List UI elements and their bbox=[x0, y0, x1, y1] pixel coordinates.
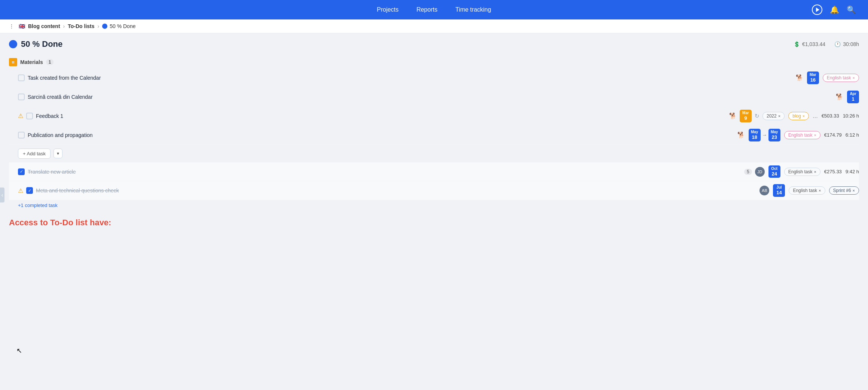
tag-2022[interactable]: 2022 × bbox=[762, 112, 785, 120]
range-arrow: → bbox=[762, 132, 767, 138]
breadcrumb: ⋮ 🇬🇧 Blog content › To-Do lists › 50 % D… bbox=[0, 19, 868, 33]
play-button[interactable] bbox=[812, 4, 822, 15]
task-3-amount: €503.33 bbox=[822, 113, 839, 119]
group-materials: Materials 1 bbox=[9, 55, 859, 68]
task-checkbox-1[interactable] bbox=[18, 74, 25, 81]
nav-right-icons: 🔔 🔍 bbox=[812, 4, 856, 15]
repeat-icon[interactable]: ↻ bbox=[755, 113, 760, 119]
tag-x-1[interactable]: × bbox=[853, 76, 855, 80]
tag-x-done-2a[interactable]: × bbox=[819, 188, 821, 193]
tag-english-1[interactable]: English task × bbox=[823, 74, 859, 82]
group-icon bbox=[9, 58, 17, 66]
dog-avatar-1: 🐕 bbox=[796, 74, 803, 81]
breadcrumb-root[interactable]: Blog content bbox=[28, 23, 60, 29]
done-date-1: Oct 24 bbox=[768, 165, 780, 178]
budget-meta: 💲 €1,033.44 bbox=[794, 41, 825, 47]
table-row: ⚠ Meta and technical questions check AB … bbox=[9, 181, 859, 200]
warn-icon-done-2: ⚠ bbox=[18, 187, 23, 194]
access-section-title: Access to To-Do list have: bbox=[9, 218, 859, 228]
clock-icon: 🕐 bbox=[834, 41, 841, 47]
task-done-name-2: Meta and technical questions check bbox=[36, 188, 757, 194]
dog-avatar-4: 🐕 bbox=[737, 131, 745, 138]
add-task-row: + Add task ▾ bbox=[9, 145, 859, 162]
task-name-1: Task created from the Calendar bbox=[28, 75, 793, 81]
task-done-checkbox-2[interactable] bbox=[26, 187, 33, 194]
tag-x-blog[interactable]: × bbox=[803, 114, 805, 118]
tag-blog[interactable]: blog × bbox=[788, 112, 809, 120]
breadcrumb-middle[interactable]: To-Do lists bbox=[68, 23, 94, 29]
task-done-name-1: Translate new article bbox=[28, 169, 740, 175]
task-4-amount: €174.79 bbox=[824, 132, 842, 138]
budget-value: €1,033.44 bbox=[802, 41, 825, 47]
table-row: Publication and propagation 🐕 May 18 → M… bbox=[9, 126, 859, 145]
task-done-checkbox-1[interactable] bbox=[18, 168, 25, 175]
task-checkbox-2[interactable] bbox=[18, 94, 25, 100]
task-3-right: 2022 × blog × ... €503.33 10:26 h bbox=[762, 112, 859, 120]
tag-done-1[interactable]: English task × bbox=[784, 168, 820, 176]
tag-english-4[interactable]: English task × bbox=[784, 131, 820, 139]
search-icon[interactable]: 🔍 bbox=[847, 5, 856, 14]
bell-icon[interactable]: 🔔 bbox=[830, 5, 839, 14]
budget-icon: 💲 bbox=[794, 41, 800, 47]
add-task-dropdown[interactable]: ▾ bbox=[54, 149, 62, 158]
top-navigation: Projects Reports Time tracking 🔔 🔍 bbox=[0, 0, 868, 19]
tag-x-sprint-2[interactable]: × bbox=[853, 188, 855, 193]
breadcrumb-flag: 🇬🇧 bbox=[19, 23, 25, 29]
done-date-2: Jul 14 bbox=[773, 184, 785, 197]
scroll-handle[interactable] bbox=[0, 188, 4, 202]
section-title: 50 % Done bbox=[9, 39, 62, 49]
task-checkbox-3[interactable] bbox=[26, 113, 33, 119]
table-row: Translate new article 5 JD Oct 24 Englis… bbox=[9, 162, 859, 182]
done-1-amount: €275.33 bbox=[824, 169, 842, 174]
avatar-1: JD bbox=[755, 167, 765, 177]
date-badge-1: Mar 16 bbox=[807, 71, 819, 84]
dropdown-arrow-icon: ▾ bbox=[57, 151, 59, 156]
blue-dot-icon bbox=[102, 24, 107, 29]
date-badge-3: Mar 9 bbox=[740, 110, 752, 122]
breadcrumb-sep-2: › bbox=[98, 23, 100, 29]
dog-avatar-2: 🐕 bbox=[836, 93, 843, 100]
date-end-4: May 23 bbox=[768, 129, 780, 141]
tag-done-2a[interactable]: English task × bbox=[789, 186, 825, 195]
breadcrumb-sep-1: › bbox=[63, 23, 65, 29]
group-count: 1 bbox=[46, 59, 54, 65]
tag-x-2022[interactable]: × bbox=[778, 114, 780, 118]
more-options-icon[interactable]: ⋮ bbox=[9, 23, 14, 29]
task-2-right: 🐕 Apr 1 bbox=[836, 91, 859, 103]
nav-projects[interactable]: Projects bbox=[377, 6, 398, 13]
table-row: ⚠ Feedback 1 🐕 Mar 9 ↻ 2022 × blog × ...… bbox=[9, 107, 859, 126]
done-1-time: 9:42 h bbox=[846, 169, 859, 174]
add-task-button[interactable]: + Add task bbox=[18, 149, 51, 159]
main-content: 50 % Done 💲 €1,033.44 🕐 30:08h Materials… bbox=[0, 33, 868, 237]
date-range-4: May 18 → May 23 bbox=[749, 129, 780, 141]
section-meta: 💲 €1,033.44 🕐 30:08h bbox=[794, 41, 859, 47]
blue-circle-icon bbox=[9, 40, 17, 48]
tag-x-4[interactable]: × bbox=[814, 133, 816, 137]
breadcrumb-current: 50 % Done bbox=[102, 23, 135, 29]
nav-time-tracking[interactable]: Time tracking bbox=[455, 6, 491, 13]
subtask-count-1: 5 bbox=[744, 169, 752, 175]
task-1-right: 🐕 Mar 16 English task × bbox=[796, 71, 859, 84]
tag-sprint-2[interactable]: Sprint #6 × bbox=[829, 186, 859, 195]
tag-x-done-1[interactable]: × bbox=[814, 170, 816, 174]
more-tags-icon[interactable]: ... bbox=[813, 113, 817, 119]
section-header: 50 % Done 💲 €1,033.44 🕐 30:08h bbox=[9, 39, 859, 49]
date-badge-2: Apr 1 bbox=[847, 91, 859, 103]
table-row: Task created from the Calendar 🐕 Mar 16 … bbox=[9, 68, 859, 88]
completed-tasks-link[interactable]: +1 completed task bbox=[9, 200, 859, 210]
task-4-right: 🐕 May 18 → May 23 English task × €174.79… bbox=[737, 129, 859, 141]
done-task-1-right: JD Oct 24 English task × €275.33 9:42 h bbox=[755, 165, 859, 178]
nav-reports[interactable]: Reports bbox=[416, 6, 437, 13]
task-checkbox-4[interactable] bbox=[18, 132, 25, 138]
time-value: 30:08h bbox=[843, 41, 859, 47]
done-task-2-right: AB Jul 14 English task × Sprint #6 × bbox=[760, 184, 859, 197]
avatar-2: AB bbox=[760, 186, 769, 195]
time-meta: 🕐 30:08h bbox=[834, 41, 859, 47]
dog-avatar-3: 🐕 bbox=[729, 112, 737, 119]
date-start-4: May 18 bbox=[749, 129, 761, 141]
table-row: Sarcină creată din Calendar 🐕 Apr 1 bbox=[9, 88, 859, 107]
nav-links: Projects Reports Time tracking bbox=[377, 6, 491, 13]
task-4-time: 6:12 h bbox=[846, 132, 859, 138]
task-name-3: Feedback 1 bbox=[36, 113, 726, 119]
task-3-time: 10:26 h bbox=[843, 113, 859, 119]
